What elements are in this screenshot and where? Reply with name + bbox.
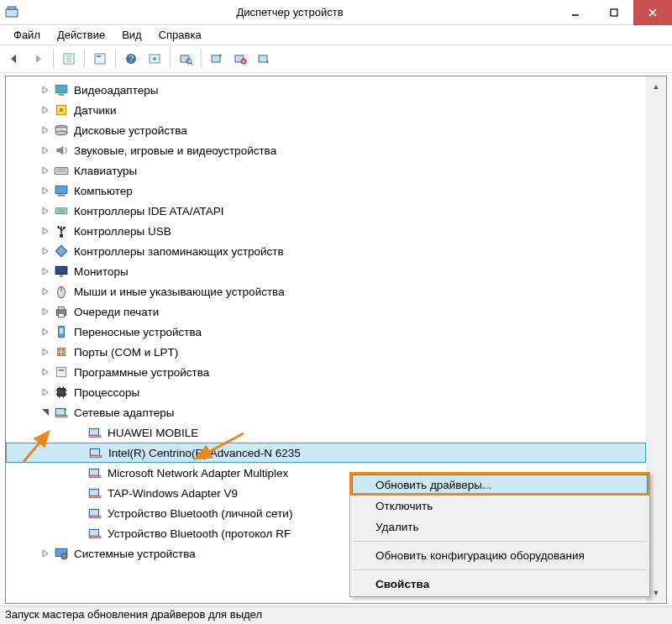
computer-icon <box>54 183 69 198</box>
ctx-scan-hardware[interactable]: Обновить конфигурацию оборудования <box>352 545 648 566</box>
svg-rect-46 <box>60 275 64 277</box>
expander-icon[interactable] <box>39 185 51 197</box>
scroll-up-button[interactable]: ▲ <box>646 76 666 97</box>
toolbar-separator <box>53 50 54 68</box>
close-button[interactable] <box>633 0 672 25</box>
tree-category-label: Порты (COM и LPT) <box>74 346 178 359</box>
tree-category-row[interactable]: Контроллеры IDE ATA/ATAPI <box>6 201 646 221</box>
tree-device-row[interactable]: Intel(R) Centrino(R) Advanced-N 6235 <box>6 443 646 463</box>
network-adapter-icon <box>87 526 102 541</box>
tree-category-row[interactable]: Контроллеры USB <box>6 221 646 241</box>
statusbar: Запуск мастера обновления драйверов для … <box>0 606 672 624</box>
tree-category-row[interactable]: Сетевые адаптеры <box>6 402 646 422</box>
svg-rect-61 <box>58 389 66 396</box>
printer-icon <box>54 304 69 319</box>
menu-view[interactable]: Вид <box>113 27 150 43</box>
keyboard-icon <box>54 163 69 178</box>
expander-placeholder <box>74 447 86 459</box>
tree-category-row[interactable]: Порты (COM и LPT) <box>6 342 646 362</box>
expander-icon[interactable] <box>39 366 51 378</box>
expander-icon[interactable] <box>39 205 51 217</box>
ctx-delete[interactable]: Удалить <box>352 517 648 537</box>
toolbar-separator <box>115 50 116 68</box>
svg-rect-79 <box>89 490 98 496</box>
expander-icon[interactable] <box>39 406 51 418</box>
expander-icon[interactable] <box>39 326 51 338</box>
svg-rect-25 <box>59 94 65 96</box>
tree-category-row[interactable]: Клавиатуры <box>6 160 646 181</box>
tree-category-row[interactable]: Очереди печати <box>6 302 646 322</box>
tree-category-row[interactable]: Программные устройства <box>6 362 646 382</box>
toolbar-update-driver-button[interactable] <box>206 48 228 70</box>
tree-device-label: TAP-Windows Adapter V9 <box>108 487 238 500</box>
disk-icon <box>54 123 69 138</box>
toolbar-help-button[interactable]: ? <box>120 48 142 70</box>
tree-category-row[interactable]: Дисковые устройства <box>6 120 646 140</box>
expander-icon[interactable] <box>39 84 51 96</box>
expander-icon[interactable] <box>39 548 51 559</box>
tree-category-row[interactable]: Процессоры <box>6 382 646 402</box>
svg-point-57 <box>59 353 60 354</box>
menu-help[interactable]: Справка <box>150 27 210 43</box>
expander-icon[interactable] <box>39 306 51 317</box>
svg-rect-11 <box>97 55 101 57</box>
tree-category-row[interactable]: Датчики <box>6 100 646 120</box>
toolbar-show-hidden-button[interactable] <box>58 48 80 70</box>
tree-category-row[interactable]: Мониторы <box>6 261 646 281</box>
tree-category-row[interactable]: Мыши и иные указывающие устройства <box>6 281 646 302</box>
expander-icon[interactable] <box>39 225 51 237</box>
expander-icon[interactable] <box>39 265 51 277</box>
menu-action[interactable]: Действие <box>49 27 113 43</box>
svg-rect-36 <box>55 208 67 214</box>
svg-rect-54 <box>58 349 66 356</box>
toolbar-scan-button[interactable] <box>175 48 197 70</box>
ctx-disable[interactable]: Отключить <box>352 496 648 517</box>
expander-icon[interactable] <box>39 386 51 398</box>
tree-category-row[interactable]: Переносные устройства <box>6 322 646 342</box>
tree-category-row[interactable]: Звуковые, игровые и видеоустройства <box>6 140 646 160</box>
tree-device-row[interactable]: HUAWEI MOBILE <box>6 422 646 443</box>
expander-icon[interactable] <box>39 286 51 297</box>
svg-rect-81 <box>89 510 98 517</box>
svg-point-72 <box>64 408 66 411</box>
expander-icon[interactable] <box>39 346 51 358</box>
tree-category-row[interactable]: Контроллеры запоминающих устройств <box>6 241 646 261</box>
toolbar-disable-button[interactable] <box>253 48 275 70</box>
tree-category-row[interactable]: Компьютер <box>6 181 646 201</box>
svg-rect-59 <box>56 367 66 376</box>
svg-rect-80 <box>89 496 101 497</box>
system-menu-icon[interactable] <box>0 0 24 25</box>
audio-icon <box>54 143 69 158</box>
maximize-button[interactable] <box>595 0 633 25</box>
svg-rect-78 <box>89 475 101 477</box>
toolbar-uninstall-button[interactable] <box>229 48 251 70</box>
tree-category-label: Контроллеры USB <box>74 225 171 238</box>
usb-icon <box>54 223 69 239</box>
ctx-update-drivers[interactable]: Обновить драйверы... <box>352 475 648 496</box>
svg-point-27 <box>60 108 64 113</box>
software-icon <box>54 364 69 380</box>
expander-icon[interactable] <box>39 165 51 176</box>
display-icon <box>54 82 69 97</box>
tree-category-row[interactable]: Видеоадаптеры <box>6 80 646 100</box>
menu-file[interactable]: Файл <box>5 27 49 43</box>
svg-point-39 <box>60 233 64 238</box>
ctx-properties[interactable]: Свойства <box>352 574 648 595</box>
expander-icon[interactable] <box>39 245 51 257</box>
svg-rect-34 <box>55 186 67 193</box>
expander-placeholder <box>73 507 85 519</box>
expander-icon[interactable] <box>39 144 51 156</box>
network-adapter-icon <box>87 465 102 480</box>
toolbar-action-button[interactable] <box>144 48 165 70</box>
minimize-button[interactable] <box>556 0 595 25</box>
toolbar-back-button[interactable] <box>3 48 25 70</box>
svg-line-17 <box>191 63 192 65</box>
svg-rect-35 <box>58 195 66 197</box>
toolbar-properties-button[interactable] <box>89 48 111 70</box>
tree-category-label: Компьютер <box>74 185 133 197</box>
toolbar-forward-button[interactable] <box>27 48 49 70</box>
svg-rect-53 <box>60 328 64 334</box>
tree-device-label: Устройство Bluetooth (личной сети) <box>108 507 292 520</box>
expander-icon[interactable] <box>39 104 51 116</box>
expander-icon[interactable] <box>39 124 51 136</box>
